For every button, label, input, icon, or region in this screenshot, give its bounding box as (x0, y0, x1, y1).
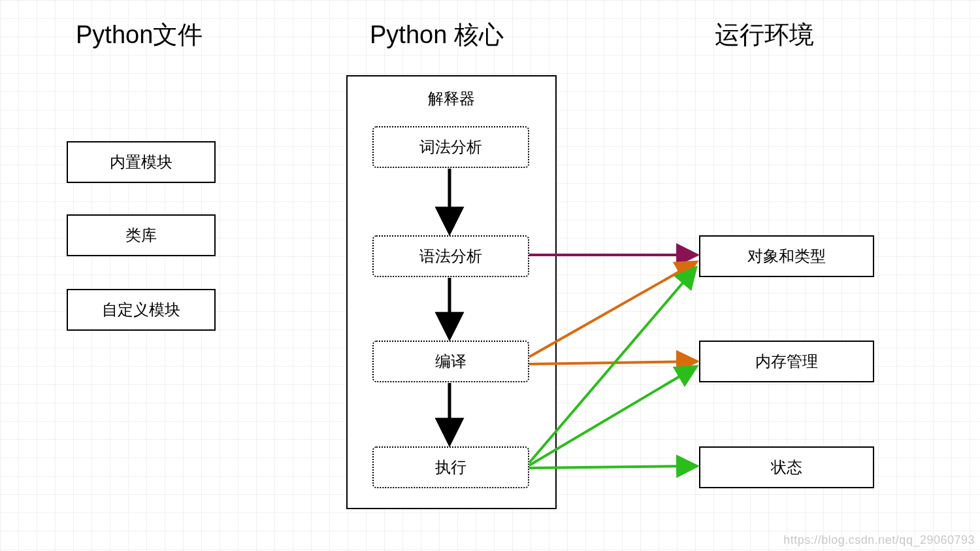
box-memory-mgmt: 内存管理 (699, 341, 874, 382)
step-execute-label: 执行 (435, 457, 466, 478)
interpreter-title: 解释器 (348, 88, 555, 109)
box-builtin-modules-label: 内置模块 (110, 152, 172, 173)
box-libraries-label: 类库 (125, 225, 157, 246)
step-compile: 编译 (372, 341, 529, 382)
step-parse: 语法分析 (372, 235, 529, 277)
step-compile-label: 编译 (435, 351, 466, 372)
box-state: 状态 (699, 446, 874, 488)
box-state-label: 状态 (771, 457, 802, 478)
box-objects-types: 对象和类型 (699, 235, 874, 277)
step-execute: 执行 (372, 446, 529, 488)
box-custom-modules: 自定义模块 (67, 289, 216, 331)
heading-left: Python文件 (76, 18, 203, 52)
step-lexical: 词法分析 (372, 126, 529, 168)
box-libraries: 类库 (67, 214, 216, 256)
box-memory-mgmt-label: 内存管理 (755, 351, 818, 372)
box-objects-types-label: 对象和类型 (747, 246, 826, 267)
heading-center: Python 核心 (370, 18, 504, 52)
step-parse-label: 语法分析 (419, 246, 482, 267)
step-lexical-label: 词法分析 (419, 137, 482, 158)
box-builtin-modules: 内置模块 (67, 141, 216, 183)
heading-right: 运行环境 (715, 18, 814, 52)
watermark: https://blog.csdn.net/qq_29060793 (783, 533, 975, 547)
box-custom-modules-label: 自定义模块 (102, 299, 180, 320)
